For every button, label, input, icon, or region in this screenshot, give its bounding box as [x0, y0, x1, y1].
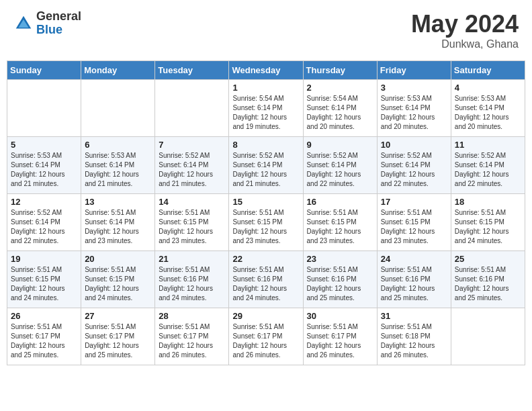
- logo: General Blue: [13, 10, 81, 37]
- calendar-header-row: SundayMondayTuesdayWednesdayThursdayFrid…: [7, 61, 525, 80]
- calendar-cell: 14Sunrise: 5:51 AM Sunset: 6:15 PM Dayli…: [155, 194, 229, 251]
- day-info: Sunrise: 5:51 AM Sunset: 6:17 PM Dayligh…: [307, 322, 373, 360]
- calendar-week-row: 26Sunrise: 5:51 AM Sunset: 6:17 PM Dayli…: [7, 308, 525, 365]
- day-number: 4: [455, 83, 521, 93]
- calendar-cell: 11Sunrise: 5:52 AM Sunset: 6:14 PM Dayli…: [451, 137, 525, 194]
- calendar-cell: 10Sunrise: 5:52 AM Sunset: 6:14 PM Dayli…: [377, 137, 451, 194]
- calendar-cell: 15Sunrise: 5:51 AM Sunset: 6:15 PM Dayli…: [229, 194, 303, 251]
- day-number: 21: [159, 254, 225, 264]
- calendar-cell: 29Sunrise: 5:51 AM Sunset: 6:17 PM Dayli…: [229, 308, 303, 365]
- day-info: Sunrise: 5:53 AM Sunset: 6:14 PM Dayligh…: [455, 94, 521, 132]
- day-number: 17: [381, 197, 447, 207]
- calendar-cell: 22Sunrise: 5:51 AM Sunset: 6:16 PM Dayli…: [229, 251, 303, 308]
- calendar-cell: 25Sunrise: 5:51 AM Sunset: 6:16 PM Dayli…: [451, 251, 525, 308]
- day-number: 9: [307, 140, 373, 150]
- day-number: 30: [307, 311, 373, 321]
- day-info: Sunrise: 5:52 AM Sunset: 6:14 PM Dayligh…: [11, 208, 77, 246]
- day-info: Sunrise: 5:52 AM Sunset: 6:14 PM Dayligh…: [381, 151, 447, 189]
- day-number: 27: [85, 311, 151, 321]
- calendar-cell: [7, 80, 81, 137]
- day-number: 2: [307, 83, 373, 93]
- calendar-week-row: 1Sunrise: 5:54 AM Sunset: 6:14 PM Daylig…: [7, 80, 525, 137]
- day-info: Sunrise: 5:51 AM Sunset: 6:17 PM Dayligh…: [159, 322, 225, 360]
- day-info: Sunrise: 5:53 AM Sunset: 6:14 PM Dayligh…: [381, 94, 447, 132]
- calendar-cell: 17Sunrise: 5:51 AM Sunset: 6:15 PM Dayli…: [377, 194, 451, 251]
- day-info: Sunrise: 5:51 AM Sunset: 6:15 PM Dayligh…: [381, 208, 447, 246]
- calendar-cell: 12Sunrise: 5:52 AM Sunset: 6:14 PM Dayli…: [7, 194, 81, 251]
- calendar-cell: 26Sunrise: 5:51 AM Sunset: 6:17 PM Dayli…: [7, 308, 81, 365]
- day-info: Sunrise: 5:51 AM Sunset: 6:15 PM Dayligh…: [307, 208, 373, 246]
- weekday-header: Sunday: [7, 61, 81, 80]
- day-number: 8: [232, 140, 299, 150]
- calendar-cell: 28Sunrise: 5:51 AM Sunset: 6:17 PM Dayli…: [155, 308, 229, 365]
- day-info: Sunrise: 5:52 AM Sunset: 6:14 PM Dayligh…: [159, 151, 225, 189]
- day-number: 29: [232, 311, 299, 321]
- day-number: 31: [381, 311, 447, 321]
- weekday-header: Tuesday: [155, 61, 229, 80]
- day-info: Sunrise: 5:51 AM Sunset: 6:16 PM Dayligh…: [381, 265, 447, 303]
- day-number: 16: [307, 197, 373, 207]
- calendar-cell: 19Sunrise: 5:51 AM Sunset: 6:15 PM Dayli…: [7, 251, 81, 308]
- day-info: Sunrise: 5:52 AM Sunset: 6:14 PM Dayligh…: [455, 151, 521, 189]
- day-info: Sunrise: 5:51 AM Sunset: 6:15 PM Dayligh…: [159, 208, 225, 246]
- calendar-cell: 27Sunrise: 5:51 AM Sunset: 6:17 PM Dayli…: [81, 308, 155, 365]
- day-number: 15: [232, 197, 299, 207]
- day-info: Sunrise: 5:51 AM Sunset: 6:17 PM Dayligh…: [232, 322, 299, 360]
- day-number: 18: [455, 197, 521, 207]
- day-info: Sunrise: 5:51 AM Sunset: 6:17 PM Dayligh…: [85, 322, 151, 360]
- day-info: Sunrise: 5:51 AM Sunset: 6:17 PM Dayligh…: [11, 322, 77, 360]
- day-number: 28: [159, 311, 225, 321]
- calendar-cell: 13Sunrise: 5:51 AM Sunset: 6:14 PM Dayli…: [81, 194, 155, 251]
- weekday-header: Saturday: [451, 61, 525, 80]
- weekday-header: Monday: [81, 61, 155, 80]
- calendar-cell: 16Sunrise: 5:51 AM Sunset: 6:15 PM Dayli…: [303, 194, 377, 251]
- day-number: 5: [11, 140, 77, 150]
- day-info: Sunrise: 5:51 AM Sunset: 6:16 PM Dayligh…: [307, 265, 373, 303]
- day-number: 25: [455, 254, 521, 264]
- title-block: May 2024 Dunkwa, Ghana: [411, 10, 519, 50]
- day-info: Sunrise: 5:51 AM Sunset: 6:16 PM Dayligh…: [455, 265, 521, 303]
- calendar-cell: 31Sunrise: 5:51 AM Sunset: 6:18 PM Dayli…: [377, 308, 451, 365]
- day-info: Sunrise: 5:51 AM Sunset: 6:16 PM Dayligh…: [159, 265, 225, 303]
- day-number: 13: [85, 197, 151, 207]
- day-number: 10: [381, 140, 447, 150]
- calendar-cell: [155, 80, 229, 137]
- main-title: May 2024: [411, 10, 519, 38]
- day-number: 20: [85, 254, 151, 264]
- calendar-cell: 1Sunrise: 5:54 AM Sunset: 6:14 PM Daylig…: [229, 80, 303, 137]
- calendar-cell: 3Sunrise: 5:53 AM Sunset: 6:14 PM Daylig…: [377, 80, 451, 137]
- calendar-cell: 30Sunrise: 5:51 AM Sunset: 6:17 PM Dayli…: [303, 308, 377, 365]
- day-number: 11: [455, 140, 521, 150]
- day-number: 12: [11, 197, 77, 207]
- day-info: Sunrise: 5:51 AM Sunset: 6:15 PM Dayligh…: [455, 208, 521, 246]
- day-info: Sunrise: 5:52 AM Sunset: 6:14 PM Dayligh…: [307, 151, 373, 189]
- day-info: Sunrise: 5:51 AM Sunset: 6:15 PM Dayligh…: [11, 265, 77, 303]
- day-number: 19: [11, 254, 77, 264]
- day-number: 7: [159, 140, 225, 150]
- logo-general: General: [36, 10, 81, 24]
- day-info: Sunrise: 5:54 AM Sunset: 6:14 PM Dayligh…: [232, 94, 299, 132]
- calendar-cell: 21Sunrise: 5:51 AM Sunset: 6:16 PM Dayli…: [155, 251, 229, 308]
- day-info: Sunrise: 5:53 AM Sunset: 6:14 PM Dayligh…: [11, 151, 77, 189]
- day-number: 24: [381, 254, 447, 264]
- page-header: General Blue May 2024 Dunkwa, Ghana: [7, 7, 525, 54]
- day-info: Sunrise: 5:51 AM Sunset: 6:16 PM Dayligh…: [232, 265, 299, 303]
- calendar-week-row: 5Sunrise: 5:53 AM Sunset: 6:14 PM Daylig…: [7, 137, 525, 194]
- calendar-week-row: 19Sunrise: 5:51 AM Sunset: 6:15 PM Dayli…: [7, 251, 525, 308]
- weekday-header: Friday: [377, 61, 451, 80]
- calendar-cell: 24Sunrise: 5:51 AM Sunset: 6:16 PM Dayli…: [377, 251, 451, 308]
- day-info: Sunrise: 5:51 AM Sunset: 6:15 PM Dayligh…: [232, 208, 299, 246]
- calendar-cell: 7Sunrise: 5:52 AM Sunset: 6:14 PM Daylig…: [155, 137, 229, 194]
- calendar-cell: [81, 80, 155, 137]
- day-info: Sunrise: 5:54 AM Sunset: 6:14 PM Dayligh…: [307, 94, 373, 132]
- day-info: Sunrise: 5:51 AM Sunset: 6:14 PM Dayligh…: [85, 208, 151, 246]
- day-number: 26: [11, 311, 77, 321]
- day-info: Sunrise: 5:51 AM Sunset: 6:15 PM Dayligh…: [85, 265, 151, 303]
- logo-text: General Blue: [36, 10, 81, 37]
- day-number: 3: [381, 83, 447, 93]
- day-number: 6: [85, 140, 151, 150]
- weekday-header: Wednesday: [229, 61, 303, 80]
- day-number: 22: [232, 254, 299, 264]
- location-subtitle: Dunkwa, Ghana: [411, 38, 519, 50]
- calendar-cell: 8Sunrise: 5:52 AM Sunset: 6:14 PM Daylig…: [229, 137, 303, 194]
